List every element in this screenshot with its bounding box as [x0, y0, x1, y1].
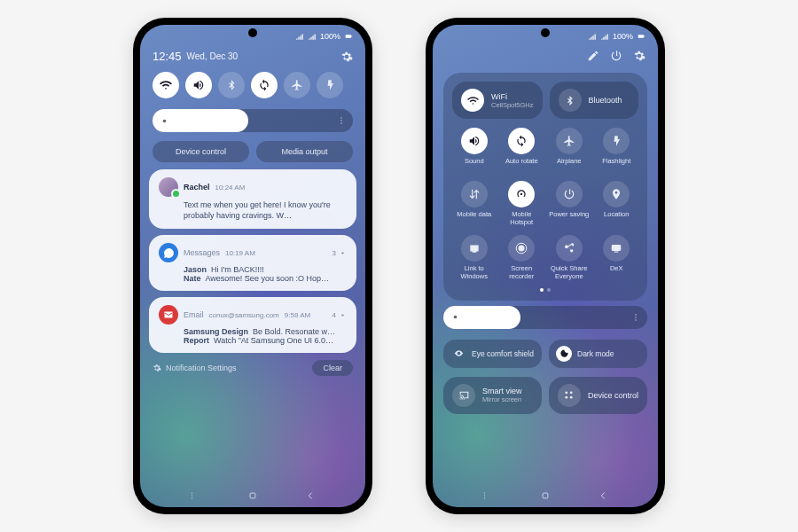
quick-settings-grid: WiFiCellSpot5GHz Bluetooth SoundAuto rot…	[443, 73, 647, 301]
qs-tile-quick-share-everyone[interactable]: Quick Share Everyone	[547, 233, 591, 282]
email-sender: Report	[184, 336, 209, 345]
notification-body: Text me when you get here! I know you're…	[184, 200, 347, 221]
cast-icon	[452, 384, 475, 407]
qs-bluetooth-label: Bluetooth	[589, 96, 622, 105]
grid-icon	[558, 384, 581, 407]
more-icon[interactable]	[337, 116, 346, 125]
chevron-down-icon[interactable]	[339, 311, 347, 319]
rotate-icon	[508, 128, 535, 154]
eye-comfort-toggle[interactable]: Eye comfort shield	[443, 340, 542, 368]
qs-wifi-network: CellSpot5GHz	[491, 101, 534, 109]
home-button[interactable]	[246, 489, 259, 502]
brightness-icon	[160, 116, 169, 126]
home-button[interactable]	[539, 489, 552, 502]
quick-settings-row	[140, 68, 365, 102]
notification-timestamp: 10:24 AM	[215, 184, 246, 192]
notification-timestamp: 9:58 AM	[285, 311, 310, 319]
qs-tile-dex[interactable]: DeX	[595, 233, 639, 282]
notification-app-label: Email	[184, 310, 204, 319]
dex-icon	[603, 235, 630, 262]
notification-card[interactable]: Messages 10:19 AM 3 JasonHi I'm BACK!!!!…	[149, 235, 356, 291]
airplane-icon	[556, 128, 583, 154]
qs-tile-mobile-hotspot[interactable]: Mobile Hotspot	[500, 179, 544, 228]
message-sender: Jason	[184, 265, 207, 274]
qs-airplane-toggle[interactable]	[284, 72, 310, 98]
qs-tile-label: Screen recorder	[500, 265, 544, 280]
qs-tile-sound[interactable]: Sound	[452, 126, 497, 174]
wifi-icon	[461, 89, 484, 112]
record-icon	[508, 235, 535, 262]
notification-card[interactable]: Rachel 10:24 AM Text me when you get her…	[149, 169, 356, 229]
signal-icon	[600, 32, 609, 41]
media-output-button[interactable]: Media output	[256, 141, 353, 162]
brightness-slider[interactable]	[153, 109, 353, 132]
recents-button[interactable]	[481, 489, 494, 502]
recents-button[interactable]	[189, 489, 201, 502]
qs-tile-mobile-data[interactable]: Mobile data	[452, 179, 497, 228]
qs-wifi-tile[interactable]: WiFiCellSpot5GHz	[452, 82, 543, 119]
battery-icon	[637, 32, 645, 41]
email-subject: Watch "At Samsung One UI 6.0…	[214, 336, 333, 345]
clock-time: 12:45	[153, 50, 182, 63]
gear-icon[interactable]	[153, 364, 161, 372]
qs-tile-label: Quick Share Everyone	[547, 265, 591, 280]
qs-tile-label: Mobile Hotspot	[500, 211, 544, 226]
settings-icon[interactable]	[340, 51, 353, 63]
dark-mode-toggle[interactable]: Dark mode	[549, 340, 647, 368]
qs-tile-label: Link to Windows	[452, 265, 497, 280]
back-button[interactable]	[304, 489, 317, 502]
device-control-button[interactable]: Device control	[153, 141, 249, 162]
qs-tile-label: Auto rotate	[505, 158, 538, 172]
qs-bluetooth-toggle[interactable]	[218, 72, 245, 98]
smart-view-button[interactable]: Smart viewMirror screen	[443, 377, 542, 414]
smart-view-sub: Mirror screen	[482, 395, 522, 403]
signal-icon	[308, 32, 317, 41]
qs-tile-label: Airplane	[557, 158, 582, 172]
qs-tile-flashlight[interactable]: Flashlight	[595, 126, 639, 174]
qs-wifi-toggle[interactable]	[153, 72, 179, 98]
location-icon	[603, 181, 630, 207]
qs-bluetooth-tile[interactable]: Bluetooth	[550, 82, 638, 119]
chevron-down-icon[interactable]	[339, 249, 347, 257]
clock-date: Wed, Dec 30	[187, 51, 239, 61]
volume-icon	[461, 128, 488, 154]
flashlight-icon	[603, 128, 630, 154]
qs-tile-screen-recorder[interactable]: Screen recorder	[500, 233, 544, 282]
svg-rect-11	[250, 493, 255, 498]
back-button[interactable]	[597, 489, 609, 502]
camera-cutout	[248, 28, 257, 37]
clear-button[interactable]: Clear	[312, 360, 353, 376]
message-sender: Nate	[184, 274, 201, 283]
power-icon[interactable]	[610, 50, 622, 62]
link-icon	[461, 235, 488, 262]
email-sender: Samsung Design	[184, 327, 248, 336]
notification-settings-link[interactable]: Notification Settings	[166, 364, 237, 372]
navigation-bar	[140, 489, 365, 502]
qs-flashlight-toggle[interactable]	[317, 72, 343, 98]
qs-sound-toggle[interactable]	[185, 72, 212, 98]
qs-tile-location[interactable]: Location	[595, 179, 639, 228]
message-preview: Hi I'm BACK!!!!	[211, 265, 264, 274]
qs-tile-label: DeX	[610, 265, 623, 279]
settings-icon[interactable]	[633, 50, 645, 62]
notification-card[interactable]: Email conux@samsung.com 9:58 AM 4 Samsun…	[149, 297, 356, 353]
notification-app-label: Messages	[184, 248, 220, 257]
qs-tile-power-saving[interactable]: Power saving	[547, 179, 591, 228]
brightness-slider[interactable]	[443, 306, 647, 329]
eye-icon	[450, 346, 466, 362]
notification-from: conux@samsung.com	[209, 311, 279, 319]
qs-tile-link-to-windows[interactable]: Link to Windows	[452, 233, 497, 282]
edit-icon[interactable]	[587, 50, 599, 62]
qs-rotate-toggle[interactable]	[251, 72, 278, 98]
notification-timestamp: 10:19 AM	[225, 249, 255, 257]
qs-wifi-label: WiFi	[491, 92, 534, 101]
phone-right-quick-settings: 100% WiFiCellSpot5GHz Bluetooth SoundAut…	[426, 18, 665, 514]
device-control-label: Device control	[588, 391, 638, 400]
email-app-icon	[159, 305, 178, 325]
smart-view-label: Smart view	[482, 387, 522, 395]
device-control-button[interactable]: Device control	[549, 377, 647, 414]
more-icon[interactable]	[631, 313, 640, 322]
qs-tile-auto-rotate[interactable]: Auto rotate	[500, 126, 544, 174]
navigation-bar	[433, 489, 658, 502]
qs-tile-airplane[interactable]: Airplane	[547, 126, 591, 174]
